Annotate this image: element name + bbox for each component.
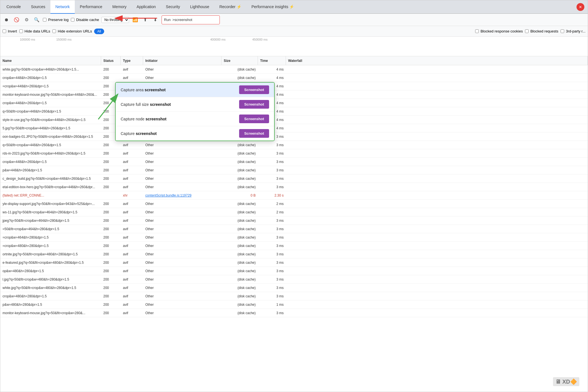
table-row[interactable]: monitor-keyboard-mouse.jpg?q=50&fit=crop… <box>0 90 588 99</box>
table-row[interactable]: ortnite.jpg?q=50&fit=crop&w=480&h=280&dp… <box>0 250 588 258</box>
table-row[interactable]: white.jpg?q=50&fit=crop&w=480&h=280&dpr=… <box>0 284 588 292</box>
tab-sources[interactable]: Sources <box>26 0 50 14</box>
filter-all-button[interactable]: All <box>94 29 104 34</box>
table-row[interactable]: p&w=480&h=280&dpr=1.5200avifOther(disk c… <box>0 300 588 309</box>
table-row[interactable]: style-in-use.jpg?q=50&fit=crop&w=448&h=2… <box>0 116 588 124</box>
table-row[interactable]: =crop&w=480&h=280&dpr=1.5200avifOther(di… <box>0 242 588 250</box>
export-button[interactable]: ⬆ <box>141 16 149 24</box>
cell-name: oon-badges-01.JPG?q=50&fit=crop&w=448&h=… <box>0 132 101 141</box>
cell-size: (disk cache) <box>221 216 258 225</box>
table-row[interactable]: q=50&fit=crop&w=448&h=260&dpr=1.5200avif… <box>0 141 588 149</box>
cell-type: avif <box>121 309 143 317</box>
initiator-link[interactable]: contentScript.bundle.js:119729 <box>145 193 192 197</box>
table-row[interactable]: rds-in-2023.jpg?q=50&fit=crop&w=448&h=26… <box>0 149 588 158</box>
table-row[interactable]: =50&fit=crop&w=464&h=280&dpr=1.5200avifO… <box>0 225 588 233</box>
table-row[interactable]: (failed) net::ERR_CONNE...xhrcontentScri… <box>0 191 588 200</box>
cell-initiator: Other <box>143 141 221 149</box>
cell-time: 3 ms <box>258 149 286 157</box>
table-row[interactable]: op&w=480&h=280&dpr=1.5200avifOther(disk … <box>0 267 588 275</box>
screenshot-button-1[interactable]: Screenshot <box>239 100 269 109</box>
cell-time: 4 ms <box>258 65 286 73</box>
command-item-3[interactable]: Capture screenshotScreenshot <box>116 126 274 141</box>
cell-size: (disk cache) <box>221 233 258 241</box>
tab-recorder[interactable]: Recorder ⚡ <box>214 0 246 14</box>
blocked-requests-checkbox[interactable] <box>525 29 529 33</box>
cell-waterfall <box>286 225 588 233</box>
tab-console[interactable]: Console <box>1 0 26 14</box>
screenshot-button-0[interactable]: Screenshot <box>239 85 269 94</box>
th-time[interactable]: Time <box>258 56 286 65</box>
table-row[interactable]: crop&w=448&h=260&dpr=1.5200avifOther(dis… <box>0 99 588 107</box>
table-row[interactable]: p&w=448&h=260&dpr=1.5200avifOther(disk c… <box>0 166 588 174</box>
command-item-1[interactable]: Capture full size screenshotScreenshot <box>116 97 274 112</box>
timeline-tick-4: 450000 ms <box>252 38 267 41</box>
clear-button[interactable]: 🚫 <box>13 16 20 24</box>
cell-waterfall <box>286 82 588 90</box>
preserve-log-checkbox[interactable] <box>43 18 46 22</box>
th-waterfall[interactable]: Waterfall <box>286 56 588 65</box>
table-row[interactable]: oon-badges-01.JPG?q=50&fit=crop&w=448&h=… <box>0 132 588 141</box>
throttle-select[interactable]: No throttling <box>101 17 129 23</box>
th-name[interactable]: Name <box>0 56 101 65</box>
command-item-0[interactable]: Capture area screenshotScreenshot <box>116 83 274 97</box>
cell-waterfall <box>286 275 588 283</box>
close-button[interactable]: ✕ <box>577 3 584 11</box>
tab-performance-insights[interactable]: Performance insights ⚡ <box>246 0 299 14</box>
tab-lighthouse[interactable]: Lighthouse <box>185 0 214 14</box>
import-button[interactable]: ⬇ <box>151 16 159 24</box>
th-type[interactable]: Type <box>121 56 143 65</box>
command-item-2[interactable]: Capture node screenshotScreenshot <box>116 112 274 126</box>
table-row[interactable]: yle-display-support.jpg?q=50&fit=crop&w=… <box>0 200 588 208</box>
search-button[interactable]: 🔍 <box>33 16 41 24</box>
screenshot-button-2[interactable]: Screenshot <box>239 115 269 123</box>
tab-network[interactable]: Network <box>50 0 75 14</box>
cell-name: style-in-use.jpg?q=50&fit=crop&w=448&h=2… <box>0 116 101 124</box>
cell-initiator: Other <box>143 242 221 250</box>
th-size[interactable]: Size <box>221 56 258 65</box>
table-row[interactable]: 5.jpg?q=50&fit=crop&w=448&h=260&dpr=1.52… <box>0 124 588 132</box>
run-input[interactable] <box>172 18 217 22</box>
screenshot-button-3[interactable]: Screenshot <box>239 129 269 138</box>
table-row[interactable]: =crop&w=448&h=260&dpr=1.5200avifOther(di… <box>0 82 588 90</box>
hide-data-urls-checkbox[interactable] <box>19 29 23 33</box>
tab-security[interactable]: Security <box>161 0 185 14</box>
invert-label: Invert <box>8 29 17 33</box>
disable-cache-checkbox[interactable] <box>71 18 74 22</box>
table-row[interactable]: crop&w=480&h=280&dpr=1.5200avifOther(dis… <box>0 292 588 300</box>
table-row[interactable]: =crop&w=464&h=280&dpr=1.5200avifOther(di… <box>0 233 588 242</box>
filter-button[interactable]: ⚙ <box>23 16 31 24</box>
table-row[interactable]: c_design_build.jpg?q=50&fit=crop&w=448&h… <box>0 174 588 183</box>
invert-checkbox[interactable] <box>3 29 6 33</box>
third-party-checkbox[interactable] <box>561 29 564 33</box>
th-initiator[interactable]: Initiator <box>143 56 221 65</box>
table-row[interactable]: etal-edition-box-hero.jpg?q=50&fit=crop&… <box>0 183 588 191</box>
cell-name: e-featured.jpg?q=50&fit=crop&w=480&h=280… <box>0 258 101 267</box>
cell-type: avif <box>121 225 143 233</box>
tab-application[interactable]: Application <box>132 0 161 14</box>
tab-memory[interactable]: Memory <box>107 0 132 14</box>
cell-status <box>101 191 121 199</box>
table-header: Name Status Type Initiator Size Time Wat… <box>0 56 588 65</box>
wifi-icon[interactable]: 📶 <box>131 16 139 24</box>
table-row[interactable]: crop&w=448&h=260&dpr=1.5200avifOther(dis… <box>0 74 588 82</box>
table-row[interactable]: ws-11.jpg?q=50&fit=crop&w=464&h=280&dpr=… <box>0 208 588 216</box>
table-row[interactable]: crop&w=448&h=260&dpr=1.5200avifOther(dis… <box>0 158 588 166</box>
table-row[interactable]: monitor-keyboard-mouse.jpg?q=50&fit=crop… <box>0 309 588 317</box>
table-row[interactable]: white.jpg?q=50&fit=crop&w=448&h=260&dpr=… <box>0 65 588 74</box>
third-party-label: 3rd-party r... <box>566 29 585 33</box>
hide-extension-urls-checkbox[interactable] <box>52 29 56 33</box>
command-text-2: Capture node screenshot <box>121 117 239 121</box>
cell-waterfall <box>286 132 588 141</box>
blocked-response-checkbox[interactable] <box>475 29 479 33</box>
blocked-response-label: Blocked response cookies <box>480 29 523 33</box>
th-status[interactable]: Status <box>101 56 121 65</box>
table-row[interactable]: jpeg?q=50&fit=crop&w=464&h=280&dpr=1.520… <box>0 216 588 225</box>
record-button[interactable]: ⏺ <box>3 16 10 24</box>
cell-initiator: Other <box>143 292 221 300</box>
cell-waterfall <box>286 242 588 250</box>
table-row[interactable]: e-featured.jpg?q=50&fit=crop&w=480&h=280… <box>0 258 588 267</box>
timeline-tick-3: 400000 ms <box>210 38 225 41</box>
table-row[interactable]: l.jpg?q=50&fit=crop&w=480&h=280&dpr=1.52… <box>0 275 588 284</box>
table-row[interactable]: q=50&fit=crop&w=448&h=260&dpr=1.5200avif… <box>0 107 588 116</box>
tab-performance[interactable]: Performance <box>75 0 107 14</box>
